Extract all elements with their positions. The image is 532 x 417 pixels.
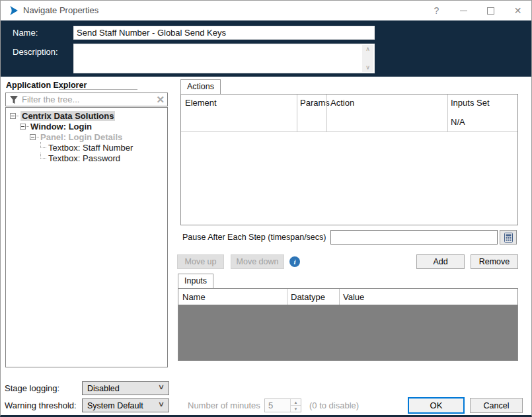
close-button[interactable]: ✕ [504, 1, 531, 20]
name-label: Name: [13, 28, 38, 38]
tree-item-textbox-staff-number[interactable]: Textbox: Staff Number [6, 142, 167, 153]
row-divider [181, 132, 517, 132]
name-input[interactable] [73, 26, 375, 40]
pause-after-step-input[interactable] [330, 230, 498, 245]
spinner-buttons: ▲ ▼ [290, 399, 301, 412]
warning-threshold-value: System Default [87, 400, 143, 411]
tree-item-label: Window: Login [30, 122, 92, 132]
tree-item-label: Textbox: Password [48, 153, 120, 163]
add-button[interactable]: Add [416, 254, 465, 269]
scroll-down-icon[interactable]: ∨ [362, 63, 373, 72]
tree-item-label: Centrix Data Solutions [20, 111, 115, 121]
column-header-params: Params [300, 98, 330, 108]
application-explorer-tree: Centrix Data Solutions Window: Login Pan… [5, 107, 168, 367]
scroll-up-icon[interactable]: ∧ [362, 45, 373, 54]
column-divider [287, 289, 287, 305]
column-header-name: Name [182, 292, 206, 302]
tree-branch-line [40, 153, 46, 159]
tab-actions[interactable]: Actions [180, 79, 221, 94]
stage-logging-dropdown[interactable]: Disabled ∨ [82, 381, 169, 395]
collapse-icon[interactable] [30, 134, 36, 140]
chevron-down-icon: ∨ [158, 383, 165, 391]
pause-after-step-label: Pause After Each Step (timespan/secs) [182, 233, 326, 242]
actions-row-inputs-set-value: N/A [451, 117, 465, 127]
tree-filter-box: ✕ [5, 93, 168, 106]
help-icon: ? [434, 5, 439, 16]
number-of-minutes-label: Number of minutes [188, 400, 260, 410]
column-divider [339, 289, 340, 305]
explorer-divider [59, 89, 137, 90]
stage-logging-label: Stage logging: [5, 383, 59, 393]
info-icon[interactable]: i [289, 256, 300, 267]
filter-clear-icon[interactable]: ✕ [156, 93, 165, 106]
collapse-icon[interactable] [20, 124, 26, 130]
window-controls: ? ✕ [423, 1, 531, 20]
remove-button[interactable]: Remove [471, 254, 518, 269]
tree-item-textbox-password[interactable]: Textbox: Password [6, 153, 167, 163]
minimize-icon [460, 11, 467, 11]
description-label: Description: [13, 47, 58, 57]
application-explorer-title: Application Explorer [6, 81, 87, 90]
timespan-builder-button[interactable] [500, 230, 517, 245]
minutes-value: 5 [268, 400, 273, 410]
inputs-table-body [178, 305, 517, 360]
description-scrollbar[interactable]: ∧ ∨ [362, 45, 373, 72]
tree-item-window-login[interactable]: Window: Login [6, 121, 167, 132]
column-divider [447, 95, 448, 132]
close-icon: ✕ [514, 5, 522, 16]
column-divider [297, 95, 297, 132]
actions-table[interactable]: Element Params Action Inputs Set N/A [180, 94, 518, 225]
title-bar: Navigate Properties ? ✕ [1, 1, 531, 20]
tree-item-label: Textbox: Staff Number [48, 143, 133, 153]
spinner-up-icon[interactable]: ▲ [291, 399, 301, 406]
spinner-down-icon[interactable]: ▼ [291, 406, 301, 412]
help-button[interactable]: ? [423, 1, 450, 20]
window-title: Navigate Properties [23, 1, 98, 20]
ok-button[interactable]: OK [408, 397, 465, 414]
maximize-button[interactable] [477, 1, 504, 20]
minutes-spinner[interactable]: 5 ▲ ▼ [264, 398, 301, 412]
header-panel: Name: Description: ∧ ∨ [1, 20, 531, 77]
tree-item-label: Panel: Login Details [40, 132, 122, 142]
move-up-button[interactable]: Move up [177, 254, 224, 269]
maximize-icon [487, 7, 494, 15]
cancel-button[interactable]: Cancel [470, 398, 523, 413]
tab-inputs[interactable]: Inputs [178, 274, 213, 288]
column-header-action: Action [330, 98, 354, 108]
description-textarea[interactable]: ∧ ∨ [73, 44, 375, 73]
calculator-icon [504, 233, 513, 243]
warning-threshold-label: Warning threshold: [5, 400, 77, 410]
inputs-table[interactable]: Name Datatype Value [178, 288, 518, 361]
stage-logging-value: Disabled [87, 383, 120, 394]
warning-threshold-dropdown[interactable]: System Default ∨ [82, 398, 169, 412]
column-header-inputs-set: Inputs Set [451, 98, 490, 108]
minimize-button[interactable] [450, 1, 477, 20]
blueprism-logo-icon [9, 5, 19, 16]
tree-branch-line [40, 142, 46, 148]
column-header-value: Value [343, 292, 364, 302]
minutes-hint: (0 to disable) [309, 400, 359, 410]
tree-item-panel-login-details[interactable]: Panel: Login Details [6, 132, 167, 142]
column-header-element: Element [185, 98, 217, 108]
column-header-datatype: Datatype [291, 292, 325, 302]
tree-filter-input[interactable] [22, 94, 150, 105]
tree-item-root[interactable]: Centrix Data Solutions [6, 110, 167, 121]
column-divider [326, 95, 327, 132]
filter-funnel-icon [9, 95, 19, 104]
navigate-properties-dialog: Navigate Properties ? ✕ Name: Descriptio… [0, 0, 532, 417]
move-down-button[interactable]: Move down [231, 254, 284, 269]
collapse-icon[interactable] [10, 113, 16, 119]
chevron-down-icon: ∨ [158, 400, 165, 408]
